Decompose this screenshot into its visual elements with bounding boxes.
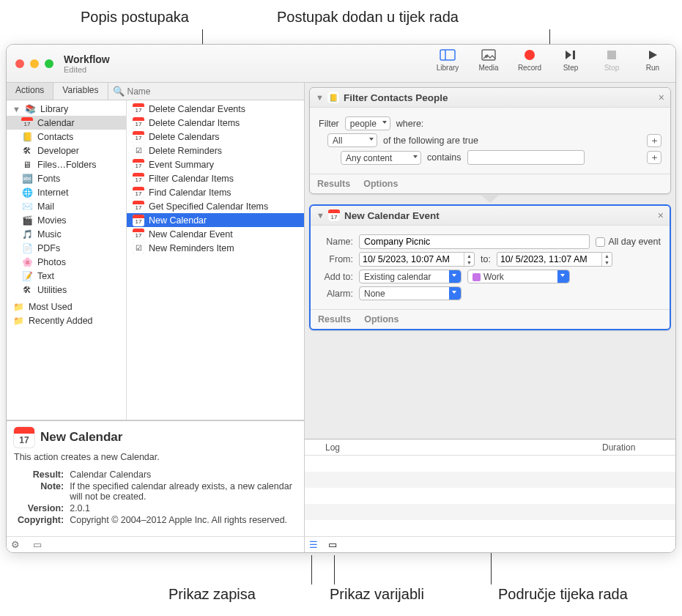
category-sidebar[interactable]: ▼📚Library 17Calendar 📒Contacts 🛠Develope… (7, 100, 127, 420)
addto-select[interactable]: Existing calendar (359, 270, 462, 283)
allday-checkbox[interactable] (596, 237, 605, 247)
results-tab[interactable]: Results (318, 314, 351, 324)
library-icon: 📚 (24, 103, 36, 115)
sidebar-item-music[interactable]: 🎵Music (7, 227, 126, 241)
callout-variables-view: Prikaz varijabli (330, 586, 424, 603)
sidebar-most-used[interactable]: 📁Most Used (7, 300, 126, 313)
disclosure-icon[interactable]: ▼ (316, 93, 323, 102)
disclosure-icon[interactable]: ▼ (316, 211, 324, 220)
run-button[interactable]: Run (637, 48, 668, 72)
library-pane: Actions Variables 🔍 ▼📚Library 17Calendar… (7, 83, 305, 552)
sidebar-item-calendar[interactable]: 17Calendar (7, 116, 126, 130)
sidebar-library[interactable]: ▼📚Library (7, 102, 126, 116)
close-icon[interactable]: × (659, 92, 664, 103)
calendar-icon: 17 (133, 117, 144, 129)
actions-list[interactable]: 17Delete Calendar Events17Delete Calenda… (127, 100, 304, 420)
calendar-select[interactable]: Work (467, 270, 570, 283)
name-label: Name: (319, 237, 353, 247)
zoom-window[interactable] (45, 59, 53, 68)
alarm-select[interactable]: None (359, 286, 462, 300)
calendar-icon: 17 (328, 209, 340, 221)
minimize-window[interactable] (30, 59, 39, 68)
to-date[interactable]: ▲▼ (497, 252, 612, 267)
action-item[interactable]: 17Find Calendar Items (127, 185, 304, 199)
results-tab[interactable]: Results (317, 179, 350, 189)
from-label: From: (319, 254, 353, 264)
log-rows[interactable] (305, 456, 675, 536)
search-input[interactable] (127, 86, 300, 97)
contains-input[interactable] (467, 150, 585, 165)
close-icon[interactable]: × (658, 209, 664, 221)
close-window[interactable] (15, 59, 24, 68)
sidebar-item-files[interactable]: 🖥Files…Folders (7, 157, 126, 171)
add-rule-button[interactable]: ＋ (647, 151, 661, 164)
finder-icon: 🖥 (21, 159, 33, 171)
run-icon (644, 48, 661, 62)
calendar-icon: 17 (133, 103, 144, 115)
alarm-label: Alarm: (319, 289, 353, 299)
sidebar-item-contacts[interactable]: 📒Contacts (7, 130, 126, 144)
sidebar-item-text[interactable]: 📝Text (7, 269, 126, 283)
from-date[interactable]: ▲▼ (359, 252, 475, 267)
media-button[interactable]: Media (473, 48, 504, 72)
filter-label: Filter (319, 119, 339, 129)
action-item[interactable]: 17Delete Calendar Events (127, 102, 304, 116)
action-item[interactable]: 17New Calendar Event (127, 227, 304, 241)
step-button[interactable]: Step (555, 48, 586, 72)
tab-actions[interactable]: Actions (7, 83, 53, 100)
action-new-calendar-event[interactable]: ▼ 17 New Calendar Event × Name: All day … (309, 204, 671, 330)
action-item[interactable]: ☑Delete Reminders (127, 144, 304, 157)
text-icon: 📝 (21, 270, 33, 282)
addto-label: Add to: (319, 272, 353, 282)
field-select[interactable]: Any content (341, 151, 421, 165)
fonts-icon: 🔤 (21, 173, 33, 185)
sidebar-item-photos[interactable]: 🌸Photos (7, 255, 126, 269)
action-filter-contacts[interactable]: ▼ 📒 Filter Contacts People × Filter peop… (309, 87, 671, 194)
calendar-icon: 17 (133, 215, 144, 226)
action-item[interactable]: 17Delete Calendars (127, 130, 304, 144)
sidebar-item-mail[interactable]: ✉️Mail (7, 199, 126, 213)
sidebar-item-internet[interactable]: 🌐Internet (7, 185, 126, 199)
calendar-icon: 17 (133, 201, 144, 212)
search-field[interactable]: 🔍 (108, 83, 305, 100)
action-item[interactable]: 17Filter Calendar Items (127, 171, 304, 185)
all-select[interactable]: All (327, 133, 377, 147)
step-icon (562, 48, 579, 62)
description-toggle-icon[interactable]: ▭ (33, 539, 42, 550)
internet-icon: 🌐 (21, 187, 33, 198)
info-title: New Calendar (40, 430, 122, 445)
sidebar-item-developer[interactable]: 🛠Developer (7, 144, 126, 157)
filter-select[interactable]: people (345, 116, 390, 130)
sidebar-item-utilities[interactable]: 🛠Utilities (7, 283, 126, 297)
to-label: to: (481, 254, 491, 264)
folder-icon: 📁 (12, 301, 24, 313)
sidebar-item-pdfs[interactable]: 📄PDFs (7, 241, 126, 255)
library-button[interactable]: Library (432, 48, 463, 72)
action-item[interactable]: 17New Calendar (127, 213, 304, 227)
action-item[interactable]: ☑New Reminders Item (127, 241, 304, 255)
mail-icon: ✉️ (21, 201, 33, 212)
sidebar-item-movies[interactable]: 🎬Movies (7, 213, 126, 227)
tab-variables[interactable]: Variables (53, 83, 108, 100)
action-item[interactable]: 17Delete Calendar Items (127, 116, 304, 130)
record-icon (521, 48, 538, 62)
music-icon: 🎵 (21, 229, 33, 240)
action-item[interactable]: 17Get Specified Calendar Items (127, 199, 304, 213)
record-button[interactable]: Record (514, 48, 545, 72)
action-item[interactable]: 17Event Summary (127, 157, 304, 171)
workflow-area[interactable]: ▼ 📒 Filter Contacts People × Filter peop… (305, 83, 675, 439)
add-rule-button[interactable]: ＋ (647, 134, 661, 147)
options-tab[interactable]: Options (364, 314, 399, 324)
variables-view-button[interactable]: ▭ (328, 539, 337, 550)
reminders-icon: ☑ (133, 145, 144, 157)
utilities-icon: 🛠 (21, 284, 33, 296)
contacts-icon: 📒 (327, 92, 339, 103)
sidebar-item-fonts[interactable]: 🔤Fonts (7, 171, 126, 185)
allday-label: All day event (608, 237, 661, 247)
gear-icon[interactable]: ⚙ (11, 539, 20, 550)
options-tab[interactable]: Options (363, 179, 398, 189)
stop-button[interactable]: Stop (596, 48, 627, 72)
sidebar-recently-added[interactable]: 📁Recently Added (7, 313, 126, 327)
log-view-button[interactable]: ☰ (309, 539, 318, 550)
event-name-input[interactable] (359, 234, 590, 249)
